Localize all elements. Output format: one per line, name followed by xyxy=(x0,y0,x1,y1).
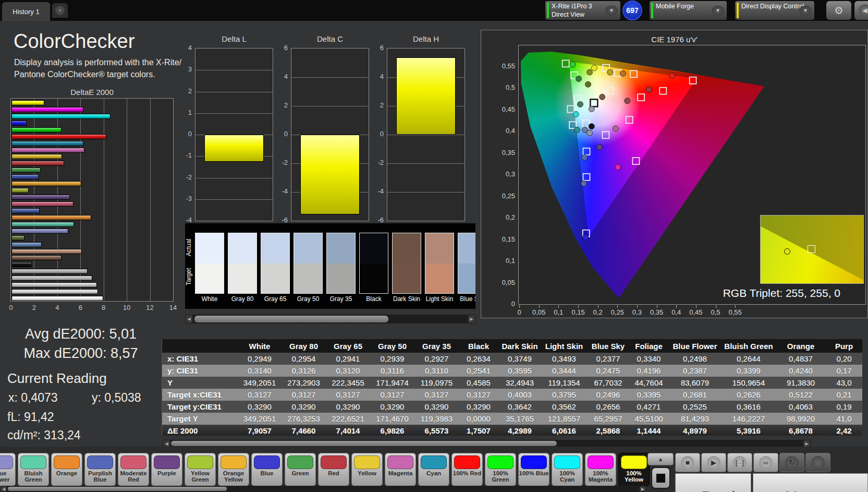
deltae-bar xyxy=(11,127,62,133)
deltae-bar xyxy=(11,174,39,179)
table-column-header: White xyxy=(238,339,282,353)
swatch-compare-panel: Actual Target WhiteGray 80Gray 65Gray 50… xyxy=(185,223,475,309)
scroll-left-icon[interactable]: ◀ xyxy=(186,315,192,323)
table-column-header: Orange xyxy=(776,339,826,353)
patch-button-orange[interactable]: Orange xyxy=(51,453,82,486)
patch-button-100-yellow[interactable]: 100% Yellow xyxy=(618,453,650,486)
patch-button-purplish-blue[interactable]: Purplish Blue xyxy=(84,453,116,486)
deltae-x-tick: 2 xyxy=(32,304,36,311)
patch-button-label: Purplish Blue xyxy=(85,470,115,483)
patch-button-bluish-green[interactable]: Bluish Green xyxy=(18,453,49,486)
deltae-bar xyxy=(11,289,98,294)
patch-button-yellow-green[interactable]: Yellow Green xyxy=(185,453,216,486)
chevron-down-icon[interactable]: ▼ xyxy=(712,6,724,16)
scroll-right-icon[interactable]: ▶ xyxy=(468,315,475,323)
table-cell: 0,3595 xyxy=(498,365,541,377)
swatch-name: Blue Sky xyxy=(458,295,475,303)
patch-button-blue[interactable]: Blue xyxy=(251,453,283,486)
refresh-icon: ↻ xyxy=(785,456,799,470)
patch-button-blue-flower[interactable]: Blue Flower xyxy=(0,453,16,486)
luminance-badge[interactable]: 697 xyxy=(622,1,642,20)
cie-measured-point xyxy=(646,87,652,92)
scroll-left-icon[interactable]: ◀ xyxy=(1,486,7,491)
table-cell: 146,2227 xyxy=(722,413,776,425)
patch-scrollbar-thumb[interactable] xyxy=(8,487,227,491)
control-dropdown[interactable]: Direct Display Control ▼ xyxy=(735,1,814,20)
play-button[interactable]: ▶ xyxy=(701,453,726,472)
table-cell: 0,5122 xyxy=(776,389,826,401)
tab-history-1[interactable]: History 1 xyxy=(2,2,50,21)
table-cell: 222,6521 xyxy=(326,413,370,425)
delta-y-tick: -4 xyxy=(272,187,288,195)
delta-y-tick: -2 xyxy=(176,173,192,181)
chevron-down-icon[interactable]: ▼ xyxy=(799,6,812,16)
swatch-column: Gray 35 xyxy=(326,233,356,303)
add-tab-button[interactable]: + xyxy=(52,3,68,18)
table-column-header: Black xyxy=(459,339,498,353)
swatch-scrollbar-thumb[interactable] xyxy=(194,316,388,322)
table-row-label: y: CIE31 xyxy=(162,365,238,377)
patch-button-red[interactable]: Red xyxy=(318,453,349,486)
table-cell: 6,8678 xyxy=(776,425,826,436)
cie-measured-point xyxy=(592,65,597,71)
delta-gridline xyxy=(195,70,273,70)
table-cell: 4,8979 xyxy=(668,425,722,436)
refresh-button[interactable]: ↻ xyxy=(779,453,804,472)
patch-button-100-red[interactable]: 100% Red xyxy=(451,453,483,486)
chevron-down-icon[interactable]: ▼ xyxy=(605,6,618,16)
swatch-box xyxy=(228,233,257,294)
swatch-actual xyxy=(294,233,322,263)
extra-button[interactable] xyxy=(805,453,830,472)
loop-button[interactable]: ∞ xyxy=(753,453,778,472)
cie-x-tickmark xyxy=(598,305,598,308)
collapse-panel-button[interactable]: ◀ xyxy=(854,1,868,20)
delta-gridline xyxy=(195,199,273,200)
swatch-box xyxy=(458,233,475,294)
patch-button-yellow[interactable]: Yellow xyxy=(351,453,383,486)
scroll-right-icon[interactable]: ▶ xyxy=(640,486,646,491)
patch-button-cyan[interactable]: Cyan xyxy=(418,453,449,486)
deltae-x-tick: 4 xyxy=(55,304,59,311)
table-cell: 67,7032 xyxy=(587,377,629,389)
next-button[interactable]: Next » xyxy=(753,473,868,492)
table-cell: 150,9654 xyxy=(722,377,776,389)
display-window-button[interactable] xyxy=(651,467,670,489)
source-dropdown[interactable]: Mobile Forge ▼ xyxy=(650,1,727,20)
patch-button-magenta[interactable]: Magenta xyxy=(385,453,416,486)
back-button[interactable]: « Back xyxy=(675,473,751,492)
cie-measured-point xyxy=(625,98,630,104)
patch-button-moderate-red[interactable]: Moderate Red xyxy=(118,453,149,486)
marker-button[interactable]: [··] xyxy=(727,453,752,472)
stop-button[interactable]: ■ xyxy=(675,453,700,472)
table-cell: 0,3616 xyxy=(722,401,776,413)
patch-button-100-green[interactable]: 100% Green xyxy=(485,453,516,486)
source-status-bar xyxy=(651,3,653,18)
scroll-left-icon[interactable]: ◀ xyxy=(163,440,170,447)
deltae-bar xyxy=(11,161,64,166)
collapse-strip-button[interactable]: ▲ xyxy=(647,453,674,465)
table-cell: 0,3120 xyxy=(326,365,370,377)
patch-button-100-cyan[interactable]: 100% Cyan xyxy=(552,453,583,486)
table-cell: 0,4063 xyxy=(776,401,826,413)
cie-measured-point xyxy=(607,69,613,75)
cie-measured-point xyxy=(589,124,594,129)
delta-gridline xyxy=(387,135,464,135)
patch-button-orange-yellow[interactable]: Orange Yellow xyxy=(218,453,249,486)
delta-c-chart xyxy=(291,48,369,221)
swatch-name: Gray 80 xyxy=(228,295,257,303)
patch-button-green[interactable]: Green xyxy=(285,453,316,486)
patch-strip-scrollbar: ◀ ▶ xyxy=(0,486,646,492)
patch-button-100-blue[interactable]: 100% Blue xyxy=(518,453,549,486)
table-scrollbar-thumb[interactable] xyxy=(171,441,557,446)
probe-dropdown[interactable]: X-Rite i1Pro 3 Direct View ▼ xyxy=(545,1,620,20)
table-cell: 0,3110 xyxy=(414,365,459,377)
table-cell: 0,2496 xyxy=(587,389,629,401)
patch-button-purple[interactable]: Purple xyxy=(151,453,182,486)
patch-button-100-magenta[interactable]: 100% Magenta xyxy=(585,453,616,486)
settings-button[interactable]: ⚙ xyxy=(826,1,851,20)
delta-y-tick: 4 xyxy=(272,73,288,80)
table-cell: 0,4196 xyxy=(629,365,668,377)
table-column-header: Gray 35 xyxy=(414,339,459,353)
cie-x-tickmark xyxy=(519,305,520,308)
scroll-right-icon[interactable]: ▶ xyxy=(803,440,810,447)
